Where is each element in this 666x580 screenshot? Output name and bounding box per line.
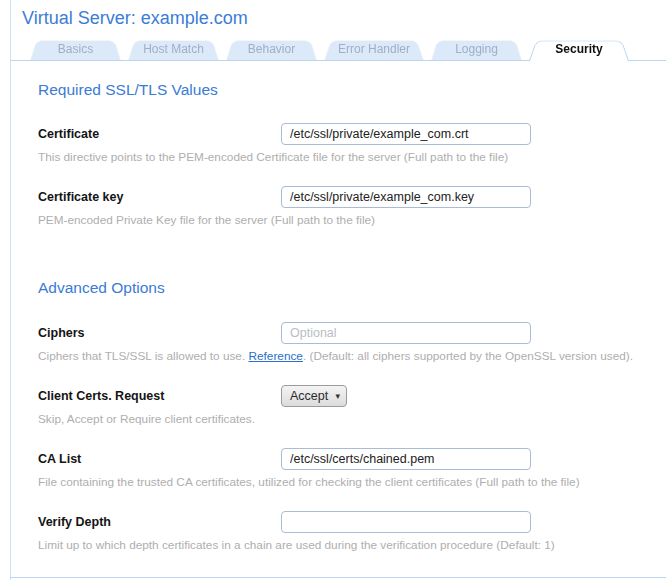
certificate-help: This directive points to the PEM-encoded… xyxy=(38,150,646,165)
tab-error-handler[interactable]: Error Handler xyxy=(324,37,424,60)
verify-depth-label: Verify Depth xyxy=(38,515,281,529)
field-row-certificate: Certificate This directive points to the… xyxy=(38,123,646,165)
panel-left-border xyxy=(10,0,11,580)
tab-security[interactable]: Security xyxy=(529,37,629,60)
panel-bottom-border xyxy=(10,577,666,578)
ciphers-help: Ciphers that TLS/SSL is allowed to use. … xyxy=(38,349,646,364)
field-row-client-certs: Client Certs. Request Accept ▾ Skip, Acc… xyxy=(38,385,646,427)
certificate-key-label: Certificate key xyxy=(38,190,281,204)
ciphers-label: Ciphers xyxy=(38,326,281,340)
page-title: Virtual Server: example.com xyxy=(22,7,666,29)
tab-host-match[interactable]: Host Match xyxy=(128,37,219,60)
ca-list-input[interactable] xyxy=(281,448,531,470)
ciphers-help-after: . (Default: all ciphers supported by the… xyxy=(303,349,633,363)
ciphers-help-before: Ciphers that TLS/SSL is allowed to use. xyxy=(38,349,249,363)
client-certs-help: Skip, Accept or Require client certifica… xyxy=(38,412,646,427)
chevron-down-icon: ▾ xyxy=(335,391,340,401)
tab-logging[interactable]: Logging xyxy=(431,37,522,60)
tab-label: Security xyxy=(541,42,616,56)
tab-label: Basics xyxy=(44,42,107,56)
tab-bar: Basics Host Match Behavior Error Handler… xyxy=(11,38,666,61)
tab-label: Host Match xyxy=(129,42,218,56)
client-certs-select[interactable]: Accept ▾ xyxy=(281,385,347,407)
certificate-input[interactable] xyxy=(281,123,531,145)
tab-label: Error Handler xyxy=(324,42,424,56)
verify-depth-input[interactable] xyxy=(281,511,531,533)
certificate-label: Certificate xyxy=(38,127,281,141)
field-row-ca-list: CA List File containing the trusted CA c… xyxy=(38,448,646,490)
tab-basics[interactable]: Basics xyxy=(30,37,121,60)
client-certs-selected-value: Accept xyxy=(290,389,328,403)
certificate-key-help: PEM-encoded Private Key file for the ser… xyxy=(38,213,646,228)
security-tab-panel: Required SSL/TLS Values Certificate This… xyxy=(0,80,666,553)
reference-link[interactable]: Reference xyxy=(249,349,303,363)
ca-list-help: File containing the trusted CA certifica… xyxy=(38,475,646,490)
section-heading-advanced-options: Advanced Options xyxy=(38,278,646,297)
tab-label: Logging xyxy=(441,42,512,56)
tab-behavior[interactable]: Behavior xyxy=(226,37,317,60)
ca-list-label: CA List xyxy=(38,452,281,466)
field-row-verify-depth: Verify Depth Limit up to which depth cer… xyxy=(38,511,646,553)
field-row-ciphers: Ciphers Ciphers that TLS/SSL is allowed … xyxy=(38,322,646,364)
section-heading-required-ssl: Required SSL/TLS Values xyxy=(38,80,646,99)
tab-label: Behavior xyxy=(234,42,309,56)
ciphers-input[interactable] xyxy=(281,322,531,344)
client-certs-label: Client Certs. Request xyxy=(38,389,281,403)
verify-depth-help: Limit up to which depth certificates in … xyxy=(38,538,646,553)
certificate-key-input[interactable] xyxy=(281,186,531,208)
field-row-certificate-key: Certificate key PEM-encoded Private Key … xyxy=(38,186,646,228)
